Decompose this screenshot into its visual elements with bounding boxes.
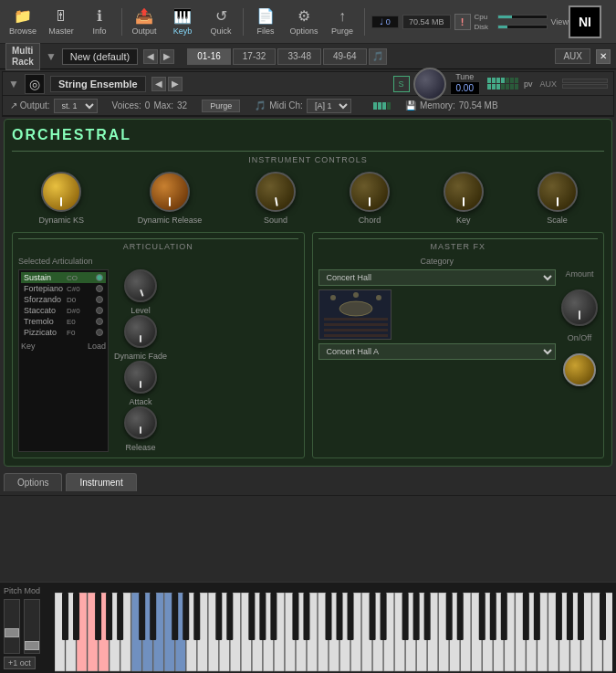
chord-knob[interactable] [350, 172, 390, 212]
key-indicator [463, 197, 465, 206]
svg-rect-89 [501, 593, 507, 640]
separator-3 [364, 8, 365, 36]
dynamic-ks-knob-item: Dynamic KS [38, 172, 84, 225]
output-meters [487, 78, 518, 89]
rack-close-button[interactable]: ✕ [596, 49, 611, 64]
art-item-tremolo[interactable]: Tremolo E0 [21, 316, 106, 327]
browse-button[interactable]: 📁 Browse [4, 2, 42, 42]
quick-button[interactable]: ↺ Quick [202, 2, 240, 42]
options-tab[interactable]: Options [4, 473, 62, 491]
chord-indicator [369, 197, 371, 206]
masterfx-title: MASTER FX [318, 238, 599, 251]
svg-rect-61 [73, 593, 79, 640]
release-knob[interactable] [124, 406, 157, 439]
inst-icon-area: ◎ [25, 74, 45, 94]
amount-label: Amount [565, 269, 593, 279]
amount-knob[interactable] [561, 289, 598, 326]
category-select[interactable]: Concert Hall [318, 269, 557, 286]
key-label: Key [456, 216, 471, 225]
rack-tab-1[interactable]: 01-16 [187, 48, 231, 65]
solo-button[interactable]: S [393, 76, 410, 92]
pitch-slider[interactable] [4, 599, 20, 654]
instrument-knobs-row: Dynamic KS Dynamic Release Sound Chord [12, 172, 604, 225]
inst-collapse-arrow[interactable]: ▼ [8, 78, 19, 90]
cpu-disk-meter: Cpu Disk [475, 13, 548, 31]
bottom-section: ARTICULATION Selected Articulation Susta… [12, 232, 604, 458]
sub-category-select[interactable]: Concert Hall A [318, 343, 557, 360]
svg-rect-90 [523, 593, 529, 640]
art-item-staccato[interactable]: Staccato D#0 [21, 305, 106, 316]
hall-svg [319, 290, 392, 340]
output-select[interactable]: st. 1 [54, 99, 98, 113]
key-knob[interactable] [444, 172, 484, 212]
dynamic-release-knob[interactable] [150, 172, 190, 212]
attack-knob[interactable] [124, 361, 157, 394]
tune-display: Tune 0.00 [450, 72, 480, 95]
scale-knob[interactable] [538, 172, 578, 212]
midi-icon[interactable]: 🎵 [369, 48, 387, 65]
rack-tab-3[interactable]: 33-48 [277, 48, 321, 65]
svg-rect-6 [324, 323, 388, 326]
onoff-knob[interactable] [563, 353, 596, 386]
warning-icon: ! [454, 14, 471, 30]
masterfx-panel: MASTER FX Category Concert Hall [312, 232, 605, 458]
level-knob[interactable] [124, 269, 157, 302]
rack-tab-4[interactable]: 49-64 [323, 48, 367, 65]
purge-button[interactable]: ↑ Purge [323, 2, 361, 42]
master-button[interactable]: 🎚 Master [42, 2, 80, 42]
cpu-bar-fill [498, 16, 513, 18]
svg-point-2 [353, 292, 359, 298]
octave-button[interactable]: +1 oct [4, 657, 36, 669]
dynamic-ks-knob[interactable] [41, 172, 81, 212]
meter-row-1 [487, 78, 518, 83]
instrument-header-row: ▼ ◎ String Ensemble ◀ ▶ S Tune 0.00 [3, 72, 613, 96]
tune-knob[interactable] [413, 68, 446, 100]
keyb-button[interactable]: 🎹 Keyb [163, 2, 202, 42]
dynamic-ks-indicator [60, 197, 62, 206]
dropdown-arrow[interactable]: ▼ [46, 50, 57, 63]
midi-ch-select[interactable]: [A] 1 [307, 99, 351, 113]
meter-row-2 [487, 84, 518, 89]
rack-prev-button[interactable]: ◀ [143, 49, 158, 64]
sound-indicator [275, 197, 278, 206]
dynamic-fade-knob[interactable] [124, 315, 157, 348]
pv-button[interactable]: pv [522, 79, 535, 89]
attack-indicator [140, 381, 141, 388]
art-item-sustain[interactable]: Sustain CO [21, 272, 106, 283]
art-load-button[interactable]: Load [88, 342, 106, 351]
svg-rect-64 [117, 593, 123, 640]
aux-button[interactable]: AUX [555, 48, 590, 64]
art-item-fortepiano[interactable]: Fortepiano C#0 [21, 283, 106, 294]
svg-rect-71 [226, 593, 233, 640]
svg-rect-70 [215, 593, 222, 640]
inst-next-button[interactable]: ▶ [168, 77, 183, 91]
output-button[interactable]: 📤 Output [125, 2, 163, 42]
instrument-tab[interactable]: Instrument [66, 473, 136, 491]
art-dot-staccato [96, 307, 103, 314]
svg-rect-91 [534, 593, 540, 640]
category-label: Category [318, 257, 557, 266]
selected-art-label: Selected Articulation [18, 257, 298, 266]
sound-knob[interactable] [256, 172, 296, 212]
art-key-label[interactable]: Key [21, 342, 36, 351]
art-item-pizzicato[interactable]: Pizzicato F0 [21, 327, 106, 338]
level-label: Level [131, 306, 151, 315]
info-button[interactable]: ℹ Info [80, 2, 119, 42]
rack-next-button[interactable]: ▶ [160, 49, 174, 64]
options-button[interactable]: ⚙ Options [285, 2, 323, 42]
svg-rect-5 [324, 318, 388, 321]
mod-slider[interactable] [24, 599, 40, 654]
art-dot-pizzicato [96, 329, 103, 336]
files-button[interactable]: 📄 Files [246, 2, 285, 42]
rack-tab-2[interactable]: 17-32 [233, 48, 277, 65]
onoff-label: On/Off [568, 333, 591, 342]
memory-control: 💾 Memory: 70.54 MB [405, 100, 498, 110]
key-knob-item: Key [444, 172, 484, 225]
options-icon: ⚙ [298, 7, 310, 25]
purge-button[interactable]: Purge [202, 100, 240, 112]
inst-prev-button[interactable]: ◀ [151, 77, 166, 91]
art-item-sforzando[interactable]: Sforzando D0 [21, 294, 106, 305]
aux-label[interactable]: AUX [539, 79, 557, 89]
tabs-bar: Options Instrument [0, 468, 616, 496]
svg-rect-92 [556, 593, 562, 640]
